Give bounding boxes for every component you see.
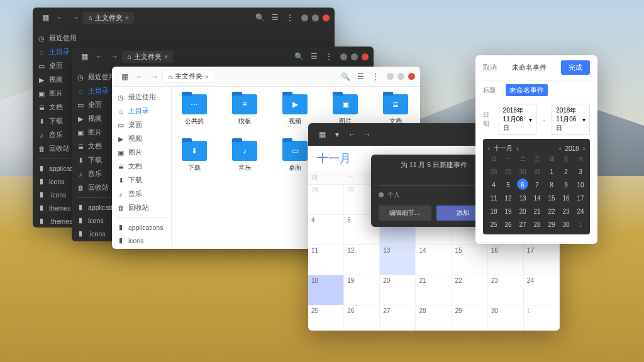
date-end[interactable]: 2018年11月06日▾	[552, 104, 590, 135]
window-minimize[interactable]	[301, 14, 308, 21]
calendar-cell[interactable]: 21	[416, 275, 452, 305]
sidebar-item-recent[interactable]: ◷最近使用	[33, 31, 92, 45]
window-maximize[interactable]	[312, 14, 319, 21]
window-close[interactable]	[323, 14, 330, 21]
nav-fwd-icon[interactable]: →	[108, 50, 121, 63]
mini-calendar-cell[interactable]: 22	[546, 205, 557, 216]
window-minimize[interactable]	[387, 73, 394, 80]
event-title-input[interactable]	[379, 175, 489, 185]
path-tab[interactable]: ⌂ 主文件夹 ×	[83, 12, 134, 24]
mini-calendar-cell[interactable]: 18	[488, 205, 499, 216]
mini-calendar-cell[interactable]: 7	[531, 178, 543, 190]
folder-item[interactable]: ≣文档	[380, 94, 411, 126]
view-toggle-icon[interactable]: ☰	[353, 70, 367, 84]
sidebar-item-documents[interactable]: ≣文档	[112, 160, 171, 173]
window-close[interactable]	[408, 73, 415, 80]
mini-calendar-cell[interactable]: 21	[531, 205, 543, 216]
calendar-cell[interactable]: 15	[452, 245, 488, 275]
mini-prev-month-icon[interactable]: ‹	[488, 145, 490, 152]
mini-next-year-icon[interactable]: ›	[583, 145, 585, 152]
sidebar-item-pictures[interactable]: ▣图片	[112, 146, 171, 160]
mini-calendar-cell[interactable]: 28	[488, 165, 499, 177]
mini-calendar-cell[interactable]: 8	[546, 178, 557, 190]
cancel-button[interactable]: 取消	[483, 63, 497, 72]
sidebar-item-home[interactable]: ⌂主目录	[112, 104, 171, 118]
mini-calendar-cell[interactable]: 20	[517, 205, 528, 216]
calendar-cell[interactable]: 16	[488, 245, 524, 275]
nav-back-icon[interactable]: ←	[133, 70, 147, 84]
calendar-cell[interactable]: 17	[524, 245, 560, 275]
search-icon[interactable]: 🔍	[338, 70, 352, 84]
mini-calendar-cell[interactable]: 12	[502, 192, 514, 203]
cal-next-icon[interactable]: →	[360, 128, 374, 141]
mini-calendar-cell[interactable]: 11	[488, 192, 499, 203]
mini-calendar-cell[interactable]: 27	[517, 218, 528, 229]
calendar-cell[interactable]: 22	[452, 275, 488, 305]
nav-back-icon[interactable]: ←	[92, 50, 106, 63]
mini-calendar-cell[interactable]: 30	[560, 218, 572, 229]
mini-calendar-cell[interactable]: 3	[575, 165, 586, 177]
edit-details-button[interactable]: 编辑细节…	[379, 206, 431, 221]
path-tab[interactable]: ⌂ 主文件夹 ×	[122, 51, 173, 63]
folder-item[interactable]: ♪音乐	[230, 141, 260, 172]
sidebar-item-videos[interactable]: ▶视频	[112, 132, 171, 146]
mini-calendar-cell[interactable]: 30	[517, 165, 528, 177]
mini-calendar-cell[interactable]: 1	[546, 165, 557, 177]
nav-fwd-icon[interactable]: →	[148, 70, 162, 84]
mini-prev-year-icon[interactable]: ‹	[559, 145, 561, 152]
cal-prev-icon[interactable]: ←	[345, 128, 359, 141]
view-toggle-icon[interactable]: ☰	[307, 50, 321, 63]
folder-item[interactable]: ≡模板	[230, 94, 260, 126]
mini-calendar-cell[interactable]: 1	[575, 218, 586, 229]
mini-calendar-cell[interactable]: 23	[560, 205, 572, 216]
mini-calendar-cell[interactable]: 25	[488, 218, 499, 229]
search-icon[interactable]: 🔍	[292, 50, 306, 63]
view-grid-icon[interactable]: ▦	[38, 11, 52, 25]
calendar-selector[interactable]: 个人 →	[379, 190, 489, 199]
mini-calendar-cell[interactable]: 13	[517, 192, 528, 203]
mini-calendar-cell[interactable]: 29	[546, 218, 557, 229]
mini-calendar-cell[interactable]: 19	[502, 205, 514, 216]
mini-calendar-cell[interactable]: 24	[575, 205, 586, 216]
mini-calendar-cell[interactable]: 31	[531, 165, 543, 177]
sidebar-item-music[interactable]: ♪音乐	[112, 187, 171, 201]
calendar-cell[interactable]: 30	[488, 305, 524, 331]
mini-calendar-cell[interactable]: 29	[502, 165, 514, 177]
nav-back-icon[interactable]: ←	[53, 11, 67, 25]
window-maximize[interactable]	[351, 53, 358, 60]
calendar-cell[interactable]: 29	[452, 305, 488, 331]
mini-calendar-cell[interactable]: 16	[560, 192, 572, 203]
window-minimize[interactable]	[340, 53, 347, 60]
mini-calendar-cell[interactable]: 5	[502, 178, 514, 190]
calendar-cell[interactable]: 14	[416, 245, 452, 275]
calendar-cell[interactable]: 19	[344, 275, 380, 305]
calendar-cell[interactable]: 1	[524, 305, 560, 331]
nav-fwd-icon[interactable]: →	[69, 11, 82, 25]
mini-calendar-cell[interactable]: 4	[488, 178, 499, 190]
mini-next-month-icon[interactable]: ›	[516, 145, 518, 152]
folder-item[interactable]: ⬇下载	[179, 141, 209, 172]
calendar-cell[interactable]: 27	[380, 305, 416, 331]
view-grid-icon[interactable]: ▦	[77, 50, 91, 63]
calendar-cell[interactable]: 20	[380, 275, 416, 305]
calendar-cell[interactable]: 23	[488, 275, 524, 305]
calendar-cell[interactable]: 26	[344, 305, 380, 331]
menu-icon[interactable]: ⋮	[369, 70, 382, 84]
menu-icon[interactable]: ⋮	[322, 50, 336, 63]
date-start[interactable]: 2018年11月06日▾	[499, 104, 537, 135]
mini-calendar-cell[interactable]: 2	[560, 165, 572, 177]
calendar-cell[interactable]: 4	[308, 215, 344, 245]
mini-calendar-cell[interactable]: 28	[531, 218, 543, 229]
calendar-cell[interactable]: 24	[524, 275, 560, 305]
calendar-cell[interactable]: 12	[344, 245, 380, 275]
view-grid-icon[interactable]: ▦	[118, 70, 131, 84]
folder-item[interactable]: ▶视频	[280, 94, 310, 126]
sidebar-item-downloads[interactable]: ⬇下载	[112, 173, 171, 187]
calendar-cell[interactable]: 28	[416, 305, 452, 331]
folder-item[interactable]: ⋯公共的	[179, 94, 209, 126]
close-tab-icon[interactable]: ×	[125, 14, 129, 21]
mini-calendar-cell[interactable]: 15	[546, 192, 557, 203]
sidebar-item-desktop[interactable]: ▭桌面	[112, 118, 171, 132]
mini-calendar-cell[interactable]: 9	[560, 178, 572, 190]
calendar-cell[interactable]: 28	[308, 185, 344, 215]
